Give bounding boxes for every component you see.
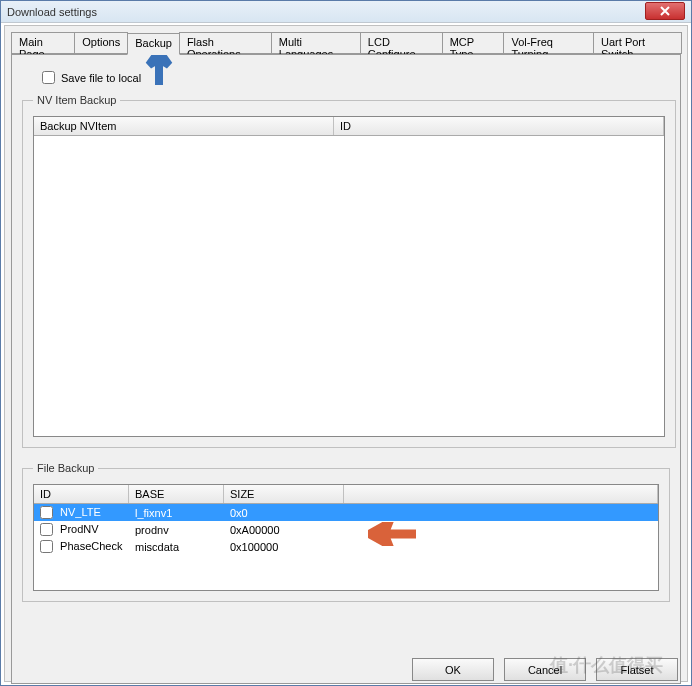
nv-table-header: Backup NVItem ID xyxy=(34,117,664,136)
ok-button[interactable]: OK xyxy=(412,658,494,681)
content-area: Main PageOptionsBackupFlash OperationsMu… xyxy=(4,25,688,682)
tab-multi-languages[interactable]: Multi Languages xyxy=(271,32,361,54)
file-table-body[interactable]: NV_LTEl_fixnv10x0 ProdNVprodnv0xA00000 P… xyxy=(34,504,658,590)
dialog-buttons: OK Cancel Flatset xyxy=(412,658,678,681)
row-checkbox[interactable] xyxy=(40,540,53,553)
nv-item-backup-group: NV Item Backup Backup NVItem ID xyxy=(22,94,676,448)
col-header-empty[interactable] xyxy=(344,485,658,503)
row-checkbox[interactable] xyxy=(40,523,53,536)
cell-id: PhaseCheck xyxy=(34,538,129,556)
col-header-id[interactable]: ID xyxy=(334,117,664,135)
cell-id: ProdNV xyxy=(34,521,129,539)
cell-size: 0x0 xyxy=(224,505,344,521)
tab-panel-backup: Save file to local NV Item Backup Backup… xyxy=(11,54,681,684)
col-header-name[interactable]: Backup NVItem xyxy=(34,117,334,135)
table-row[interactable]: ProdNVprodnv0xA00000 xyxy=(34,521,658,538)
close-icon xyxy=(660,6,670,16)
nv-item-legend: NV Item Backup xyxy=(33,94,120,106)
file-backup-legend: File Backup xyxy=(33,462,98,474)
file-table-header: ID BASE SIZE xyxy=(34,485,658,504)
save-file-checkbox[interactable] xyxy=(42,71,55,84)
table-row[interactable]: PhaseCheckmiscdata0x100000 xyxy=(34,538,658,555)
cell-base: l_fixnv1 xyxy=(129,505,224,521)
tab-strip: Main PageOptionsBackupFlash OperationsMu… xyxy=(11,32,681,54)
row-checkbox[interactable] xyxy=(40,506,53,519)
tab-mcp-type[interactable]: MCP Type xyxy=(442,32,505,54)
cell-base: prodnv xyxy=(129,522,224,538)
cell-size: 0x100000 xyxy=(224,539,344,555)
tab-backup[interactable]: Backup xyxy=(127,33,180,55)
tab-main-page[interactable]: Main Page xyxy=(11,32,75,54)
table-row[interactable]: NV_LTEl_fixnv10x0 xyxy=(34,504,658,521)
window-title: Download settings xyxy=(7,6,685,18)
nv-item-table[interactable]: Backup NVItem ID xyxy=(33,116,665,437)
col-header-id[interactable]: ID xyxy=(34,485,129,503)
flatset-button[interactable]: Flatset xyxy=(596,658,678,681)
col-header-size[interactable]: SIZE xyxy=(224,485,344,503)
tab-flash-operations[interactable]: Flash Operations xyxy=(179,32,272,54)
tab-lcd-configure[interactable]: LCD Configure xyxy=(360,32,443,54)
titlebar[interactable]: Download settings xyxy=(1,1,691,23)
nv-table-body[interactable] xyxy=(34,136,664,436)
file-backup-group: File Backup ID BASE SIZE NV_LTEl_fixnv10… xyxy=(22,462,670,602)
save-file-label: Save file to local xyxy=(61,72,141,84)
cancel-button[interactable]: Cancel xyxy=(504,658,586,681)
cell-empty xyxy=(344,511,658,515)
cell-empty xyxy=(344,545,658,549)
save-file-row: Save file to local xyxy=(42,71,670,84)
cell-id: NV_LTE xyxy=(34,504,129,522)
cell-empty xyxy=(344,528,658,532)
tab-uart-port-switch[interactable]: Uart Port Switch xyxy=(593,32,682,54)
tab-vol-freq-turning[interactable]: Vol-Freq Turning xyxy=(503,32,594,54)
file-backup-table[interactable]: ID BASE SIZE NV_LTEl_fixnv10x0 ProdNVpro… xyxy=(33,484,659,591)
dialog-window: Download settings Main PageOptionsBackup… xyxy=(0,0,692,686)
close-button[interactable] xyxy=(645,2,685,20)
col-header-base[interactable]: BASE xyxy=(129,485,224,503)
cell-size: 0xA00000 xyxy=(224,522,344,538)
tab-options[interactable]: Options xyxy=(74,32,128,54)
cell-base: miscdata xyxy=(129,539,224,555)
